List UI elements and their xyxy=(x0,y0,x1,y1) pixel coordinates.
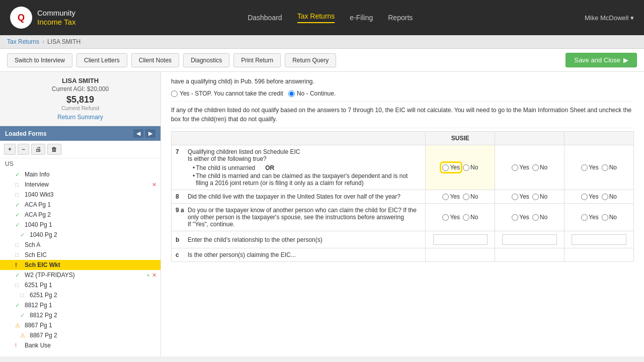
q9a-col2-no-option[interactable]: No xyxy=(532,214,547,221)
q7-col3-yes-option[interactable]: Yes xyxy=(581,164,599,171)
q7-susie-yes-option[interactable]: Yes xyxy=(442,164,460,171)
q8-col2-yes-radio[interactable] xyxy=(512,194,518,200)
q-number-9a: 9 a xyxy=(176,207,186,228)
form-item-1040-pg2[interactable]: ✓ 1040 Pg 2 xyxy=(0,230,160,240)
q9a-col2-answer: Yes No xyxy=(495,204,565,231)
q9a-susie-no-option[interactable]: No xyxy=(463,214,478,221)
form-item-1040-pg1[interactable]: ✓ 1040 Pg 1 xyxy=(0,220,160,230)
form-item-aca-pg1[interactable]: ✓ ACA Pg 1 xyxy=(0,200,160,210)
q7-col2-no-radio[interactable] xyxy=(532,164,539,171)
q9b-susie-input[interactable] xyxy=(433,234,488,245)
forms-prev-button[interactable]: ◀ xyxy=(133,129,143,138)
form-item-1040wkt3[interactable]: □ 1040 Wkt3 xyxy=(0,190,160,200)
q8-col3-yes-radio[interactable] xyxy=(581,194,588,200)
form-label: Bank Use xyxy=(25,342,156,349)
return-summary-link[interactable]: Return Summary xyxy=(57,114,103,121)
q8-col2-no-option[interactable]: No xyxy=(532,193,547,200)
q8-col2-yes-option[interactable]: Yes xyxy=(512,193,529,200)
form-label: 6251 Pg 2 xyxy=(30,292,156,299)
nav-efiling[interactable]: e-Filing xyxy=(350,14,373,22)
q7-susie-no-option[interactable]: No xyxy=(463,164,478,171)
q8-col3-yes-option[interactable]: Yes xyxy=(581,193,599,200)
nav-tax-returns[interactable]: Tax Returns xyxy=(297,12,335,23)
form-item-8812-pg2[interactable]: ✓ 8812 Pg 2 xyxy=(0,310,160,320)
print-return-button[interactable]: Print Return xyxy=(233,53,281,67)
form-item-interview[interactable]: □ Interview ✕ xyxy=(0,179,160,190)
q7-col2-yes-option[interactable]: Yes xyxy=(512,164,529,171)
form-item-aca-pg2[interactable]: ✓ ACA Pg 2 xyxy=(0,210,160,220)
q8-susie-no-option[interactable]: No xyxy=(463,193,478,200)
print-form-button[interactable]: 🖨 xyxy=(31,144,45,155)
save-close-button[interactable]: Save and Close ▶ xyxy=(566,53,637,67)
q9c-col2-answer xyxy=(495,248,565,262)
add-form-button[interactable]: + xyxy=(4,144,16,155)
q9a-susie-yes-option[interactable]: Yes xyxy=(442,214,460,221)
yes-stop-option[interactable]: Yes - STOP. You cannot take the credit xyxy=(171,89,283,98)
status-blank-icon: □ xyxy=(15,192,22,198)
q7-col3-yes-radio[interactable] xyxy=(581,164,588,171)
q-number-7: 7 xyxy=(176,148,186,187)
breadcrumb-parent[interactable]: Tax Returns xyxy=(7,38,39,45)
yes-stop-radio[interactable] xyxy=(171,90,178,97)
q9b-col2-input[interactable] xyxy=(502,234,557,245)
q9a-susie-answer: Yes No xyxy=(426,204,495,231)
client-agi: Current AGI: $20,000 xyxy=(6,85,154,93)
q8-susie-yes-radio[interactable] xyxy=(442,194,449,200)
q7-susie-no-radio[interactable] xyxy=(463,164,469,171)
q9a-susie-no-radio[interactable] xyxy=(463,214,469,221)
client-notes-button[interactable]: Client Notes xyxy=(131,53,179,67)
form-item-sch-a[interactable]: □ Sch A xyxy=(0,240,160,250)
question-column-header xyxy=(172,132,426,145)
no-continue-radio[interactable] xyxy=(288,90,295,97)
q9c-susie-answer xyxy=(426,248,495,262)
add-form-plus-icon[interactable]: + xyxy=(147,272,150,278)
q7-col2-yes-radio[interactable] xyxy=(512,164,518,171)
q8-col2-no-radio[interactable] xyxy=(532,194,539,200)
q9b-col3-input[interactable] xyxy=(572,234,626,245)
form-item-6251-pg2[interactable]: □ 6251 Pg 2 xyxy=(0,290,160,300)
q8-susie-yes-option[interactable]: Yes xyxy=(442,193,460,200)
q9a-susie-yes-radio[interactable] xyxy=(442,214,449,221)
q9a-col3-yes-radio[interactable] xyxy=(581,214,588,221)
form-item-8867-pg2[interactable]: ⚠ 8867 Pg 2 xyxy=(0,330,160,340)
switch-interview-button[interactable]: Switch to Interview xyxy=(7,53,72,67)
remove-form-x-icon[interactable]: ✕ xyxy=(152,272,156,279)
nav-reports[interactable]: Reports xyxy=(388,14,413,22)
q8-col3-no-option[interactable]: No xyxy=(602,193,617,200)
form-label: 1040 Pg 2 xyxy=(30,231,156,238)
form-item-6251-pg1[interactable]: □ 6251 Pg 1 xyxy=(0,280,160,290)
client-letters-button[interactable]: Client Letters xyxy=(76,53,127,67)
q7-col2-no-option[interactable]: No xyxy=(532,164,547,171)
q9a-col3-no-radio[interactable] xyxy=(602,214,608,221)
q7-col3-no-radio[interactable] xyxy=(602,164,608,171)
remove-form-x-icon[interactable]: ✕ xyxy=(152,182,156,188)
q9a-col2-yes-radio[interactable] xyxy=(512,214,518,221)
nav-dashboard[interactable]: Dashboard xyxy=(248,14,282,22)
user-menu[interactable]: Mike McDowell ▾ xyxy=(585,14,634,22)
q9a-col2-yes-option[interactable]: Yes xyxy=(512,214,529,221)
q7-col3-no-option[interactable]: No xyxy=(602,164,617,171)
q7-susie-yes-radio[interactable] xyxy=(442,164,449,171)
forms-list: ✓ Main Info □ Interview ✕ □ 1040 Wkt3 ✓ … xyxy=(0,169,160,356)
q9a-col3-yes-option[interactable]: Yes xyxy=(581,214,599,221)
status-warn-icon: ⚠ xyxy=(20,332,27,339)
form-item-8812-pg1[interactable]: ✓ 8812 Pg 1 xyxy=(0,300,160,310)
form-item-bank-use[interactable]: ! Bank Use xyxy=(0,340,160,350)
forms-next-button[interactable]: ▶ xyxy=(145,129,155,138)
form-item-sch-eic-wkt[interactable]: ! Sch EIC Wkt xyxy=(0,260,160,270)
form-item-sch-eic[interactable]: □ Sch EIC xyxy=(0,250,160,260)
diagnostics-button[interactable]: Diagnostics xyxy=(183,53,229,67)
remove-form-button[interactable]: − xyxy=(18,144,29,155)
q9a-col2-no-radio[interactable] xyxy=(532,214,539,221)
form-item-w2[interactable]: ✓ W2 (TP-FRIDAYS) + ✕ xyxy=(0,270,160,280)
form-item-main-info[interactable]: ✓ Main Info xyxy=(0,169,160,179)
form-item-8867-pg1[interactable]: ⚠ 8867 Pg 1 xyxy=(0,320,160,330)
no-continue-option[interactable]: No - Continue. xyxy=(288,89,336,98)
return-query-button[interactable]: Return Query xyxy=(285,53,336,67)
q9a-col3-no-option[interactable]: No xyxy=(602,214,617,221)
top-navigation: Q CommunityIncome Tax Dashboard Tax Retu… xyxy=(0,0,644,35)
status-check-icon: ✓ xyxy=(15,272,22,279)
q8-col3-no-radio[interactable] xyxy=(602,194,608,200)
delete-form-button[interactable]: 🗑 xyxy=(47,144,61,155)
q8-susie-no-radio[interactable] xyxy=(463,194,469,200)
